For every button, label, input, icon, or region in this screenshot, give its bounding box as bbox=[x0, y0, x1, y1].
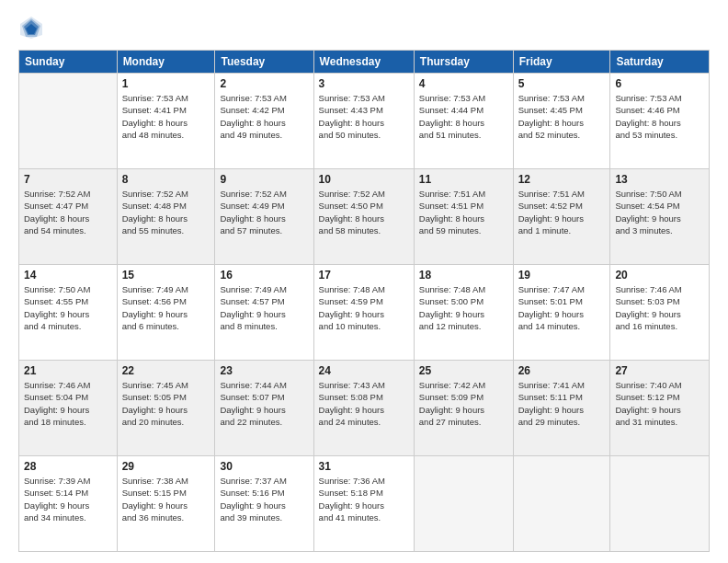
calendar-day-cell: 3Sunrise: 7:53 AM Sunset: 4:43 PM Daylig… bbox=[313, 74, 414, 169]
calendar-day-cell: 31Sunrise: 7:36 AM Sunset: 5:18 PM Dayli… bbox=[313, 456, 414, 552]
day-number: 19 bbox=[518, 269, 606, 282]
calendar-day-cell: 20Sunrise: 7:46 AM Sunset: 5:03 PM Dayli… bbox=[610, 265, 710, 361]
calendar-day-cell: 1Sunrise: 7:53 AM Sunset: 4:41 PM Daylig… bbox=[117, 74, 215, 169]
calendar-day-cell: 16Sunrise: 7:49 AM Sunset: 4:57 PM Dayli… bbox=[215, 265, 313, 361]
calendar-week-row: 14Sunrise: 7:50 AM Sunset: 4:55 PM Dayli… bbox=[19, 265, 710, 361]
calendar-header-wednesday: Wednesday bbox=[313, 51, 414, 74]
calendar-header-friday: Friday bbox=[513, 51, 610, 74]
calendar-day-cell: 23Sunrise: 7:44 AM Sunset: 5:07 PM Dayli… bbox=[215, 361, 313, 456]
day-info: Sunrise: 7:46 AM Sunset: 5:04 PM Dayligh… bbox=[24, 379, 112, 428]
day-number: 22 bbox=[122, 364, 210, 377]
calendar-day-cell: 18Sunrise: 7:48 AM Sunset: 5:00 PM Dayli… bbox=[414, 265, 513, 361]
calendar-day-cell: 13Sunrise: 7:50 AM Sunset: 4:54 PM Dayli… bbox=[610, 169, 710, 265]
calendar-day-cell: 24Sunrise: 7:43 AM Sunset: 5:08 PM Dayli… bbox=[313, 361, 414, 456]
calendar-day-cell: 8Sunrise: 7:52 AM Sunset: 4:48 PM Daylig… bbox=[117, 169, 215, 265]
day-info: Sunrise: 7:53 AM Sunset: 4:42 PM Dayligh… bbox=[220, 92, 308, 141]
day-info: Sunrise: 7:47 AM Sunset: 5:01 PM Dayligh… bbox=[518, 283, 606, 332]
calendar-day-cell: 29Sunrise: 7:38 AM Sunset: 5:15 PM Dayli… bbox=[117, 456, 215, 552]
day-info: Sunrise: 7:49 AM Sunset: 4:57 PM Dayligh… bbox=[220, 283, 308, 332]
calendar-week-row: 1Sunrise: 7:53 AM Sunset: 4:41 PM Daylig… bbox=[19, 74, 710, 169]
day-info: Sunrise: 7:52 AM Sunset: 4:47 PM Dayligh… bbox=[24, 188, 112, 236]
day-number: 8 bbox=[122, 173, 210, 186]
calendar-table: SundayMondayTuesdayWednesdayThursdayFrid… bbox=[18, 50, 710, 552]
day-number: 1 bbox=[122, 77, 210, 90]
calendar-day-cell: 15Sunrise: 7:49 AM Sunset: 4:56 PM Dayli… bbox=[117, 265, 215, 361]
day-number: 30 bbox=[220, 460, 308, 473]
day-number: 11 bbox=[419, 173, 508, 186]
calendar-day-cell: 10Sunrise: 7:52 AM Sunset: 4:50 PM Dayli… bbox=[313, 169, 414, 265]
calendar-day-cell: 30Sunrise: 7:37 AM Sunset: 5:16 PM Dayli… bbox=[215, 456, 313, 552]
day-number: 20 bbox=[615, 269, 704, 282]
calendar-day-cell bbox=[513, 456, 610, 552]
calendar-header-sunday: Sunday bbox=[19, 51, 118, 74]
day-number: 3 bbox=[319, 77, 409, 90]
day-number: 4 bbox=[419, 77, 508, 90]
calendar-day-cell: 11Sunrise: 7:51 AM Sunset: 4:51 PM Dayli… bbox=[414, 169, 513, 265]
calendar-day-cell: 4Sunrise: 7:53 AM Sunset: 4:44 PM Daylig… bbox=[414, 74, 513, 169]
day-info: Sunrise: 7:39 AM Sunset: 5:14 PM Dayligh… bbox=[24, 475, 112, 523]
day-number: 7 bbox=[24, 173, 112, 186]
day-number: 26 bbox=[518, 364, 606, 377]
day-number: 28 bbox=[24, 460, 112, 473]
day-info: Sunrise: 7:38 AM Sunset: 5:15 PM Dayligh… bbox=[122, 475, 210, 523]
day-info: Sunrise: 7:49 AM Sunset: 4:56 PM Dayligh… bbox=[122, 283, 210, 332]
calendar-day-cell: 19Sunrise: 7:47 AM Sunset: 5:01 PM Dayli… bbox=[513, 265, 610, 361]
calendar-day-cell: 28Sunrise: 7:39 AM Sunset: 5:14 PM Dayli… bbox=[19, 456, 118, 552]
day-info: Sunrise: 7:53 AM Sunset: 4:44 PM Dayligh… bbox=[419, 92, 508, 141]
day-info: Sunrise: 7:48 AM Sunset: 4:59 PM Dayligh… bbox=[319, 283, 409, 332]
calendar-day-cell: 22Sunrise: 7:45 AM Sunset: 5:05 PM Dayli… bbox=[117, 361, 215, 456]
day-info: Sunrise: 7:52 AM Sunset: 4:49 PM Dayligh… bbox=[220, 188, 308, 236]
day-number: 10 bbox=[319, 173, 409, 186]
day-number: 29 bbox=[122, 460, 210, 473]
day-info: Sunrise: 7:53 AM Sunset: 4:46 PM Dayligh… bbox=[615, 92, 704, 141]
day-info: Sunrise: 7:37 AM Sunset: 5:16 PM Dayligh… bbox=[220, 475, 308, 523]
day-info: Sunrise: 7:44 AM Sunset: 5:07 PM Dayligh… bbox=[220, 379, 308, 428]
day-info: Sunrise: 7:53 AM Sunset: 4:43 PM Dayligh… bbox=[319, 92, 409, 141]
day-info: Sunrise: 7:53 AM Sunset: 4:41 PM Dayligh… bbox=[122, 92, 210, 141]
calendar-week-row: 7Sunrise: 7:52 AM Sunset: 4:47 PM Daylig… bbox=[19, 169, 710, 265]
calendar-week-row: 21Sunrise: 7:46 AM Sunset: 5:04 PM Dayli… bbox=[19, 361, 710, 456]
day-info: Sunrise: 7:51 AM Sunset: 4:51 PM Dayligh… bbox=[419, 188, 508, 236]
calendar-header-saturday: Saturday bbox=[610, 51, 710, 74]
day-number: 14 bbox=[24, 269, 112, 282]
calendar-day-cell: 25Sunrise: 7:42 AM Sunset: 5:09 PM Dayli… bbox=[414, 361, 513, 456]
calendar-day-cell: 27Sunrise: 7:40 AM Sunset: 5:12 PM Dayli… bbox=[610, 361, 710, 456]
day-info: Sunrise: 7:50 AM Sunset: 4:55 PM Dayligh… bbox=[24, 283, 112, 332]
day-info: Sunrise: 7:43 AM Sunset: 5:08 PM Dayligh… bbox=[319, 379, 409, 428]
day-number: 18 bbox=[419, 269, 508, 282]
day-info: Sunrise: 7:40 AM Sunset: 5:12 PM Dayligh… bbox=[615, 379, 704, 428]
day-info: Sunrise: 7:53 AM Sunset: 4:45 PM Dayligh… bbox=[518, 92, 606, 141]
day-number: 16 bbox=[220, 269, 308, 282]
calendar-day-cell: 26Sunrise: 7:41 AM Sunset: 5:11 PM Dayli… bbox=[513, 361, 610, 456]
day-info: Sunrise: 7:51 AM Sunset: 4:52 PM Dayligh… bbox=[518, 188, 606, 236]
day-info: Sunrise: 7:50 AM Sunset: 4:54 PM Dayligh… bbox=[615, 188, 704, 236]
day-info: Sunrise: 7:36 AM Sunset: 5:18 PM Dayligh… bbox=[319, 475, 409, 523]
calendar-day-cell: 21Sunrise: 7:46 AM Sunset: 5:04 PM Dayli… bbox=[19, 361, 118, 456]
calendar-day-cell bbox=[414, 456, 513, 552]
day-info: Sunrise: 7:46 AM Sunset: 5:03 PM Dayligh… bbox=[615, 283, 704, 332]
day-number: 31 bbox=[319, 460, 409, 473]
calendar-day-cell bbox=[19, 74, 118, 169]
logo bbox=[18, 15, 48, 40]
day-number: 6 bbox=[615, 77, 704, 90]
calendar-day-cell: 2Sunrise: 7:53 AM Sunset: 4:42 PM Daylig… bbox=[215, 74, 313, 169]
day-number: 9 bbox=[220, 173, 308, 186]
calendar-header-monday: Monday bbox=[117, 51, 215, 74]
day-number: 13 bbox=[615, 173, 704, 186]
logo-icon bbox=[18, 15, 44, 40]
day-info: Sunrise: 7:52 AM Sunset: 4:50 PM Dayligh… bbox=[319, 188, 409, 236]
calendar-header-tuesday: Tuesday bbox=[215, 51, 313, 74]
day-number: 25 bbox=[419, 364, 508, 377]
calendar-day-cell: 9Sunrise: 7:52 AM Sunset: 4:49 PM Daylig… bbox=[215, 169, 313, 265]
day-number: 23 bbox=[220, 364, 308, 377]
calendar-day-cell: 7Sunrise: 7:52 AM Sunset: 4:47 PM Daylig… bbox=[19, 169, 118, 265]
calendar-day-cell: 5Sunrise: 7:53 AM Sunset: 4:45 PM Daylig… bbox=[513, 74, 610, 169]
calendar-day-cell: 6Sunrise: 7:53 AM Sunset: 4:46 PM Daylig… bbox=[610, 74, 710, 169]
day-number: 24 bbox=[319, 364, 409, 377]
day-number: 17 bbox=[319, 269, 409, 282]
day-number: 5 bbox=[518, 77, 606, 90]
calendar-day-cell bbox=[610, 456, 710, 552]
day-number: 21 bbox=[24, 364, 112, 377]
day-number: 15 bbox=[122, 269, 210, 282]
calendar-week-row: 28Sunrise: 7:39 AM Sunset: 5:14 PM Dayli… bbox=[19, 456, 710, 552]
